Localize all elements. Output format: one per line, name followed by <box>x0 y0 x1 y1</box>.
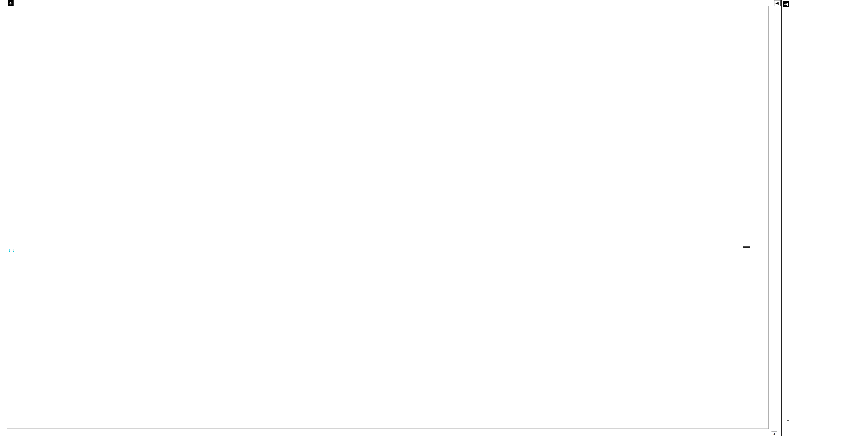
trading-app-window: ↓ ↓ ▲ <box>0 0 868 436</box>
indicator-help-badge[interactable] <box>743 246 750 248</box>
collapse-left-icon[interactable] <box>8 0 13 6</box>
tools-toolbar <box>773 0 780 6</box>
collapse-right-icon[interactable] <box>774 0 780 6</box>
top-toolbar <box>7 0 781 6</box>
left-sidebar <box>0 0 7 436</box>
kline-chart-canvas[interactable] <box>7 6 769 429</box>
kdj-d-arrow-icon: ↓ <box>12 247 15 253</box>
main-chart-area: ↓ ↓ <box>7 6 769 429</box>
ma-label-row <box>8 8 12 14</box>
collapse-bottom-icon[interactable]: ▲ <box>772 431 777 436</box>
intraday-mini-chart[interactable] <box>782 0 868 436</box>
kdj-k-arrow-icon: ↓ <box>8 247 11 253</box>
quote-panel <box>781 0 868 436</box>
period-toolbar <box>8 0 14 6</box>
bottom-strip <box>7 429 769 436</box>
volume-unit-label <box>787 421 789 421</box>
price-axis: ▲ <box>769 6 782 429</box>
kdj-label-row: ↓ ↓ <box>8 247 15 253</box>
